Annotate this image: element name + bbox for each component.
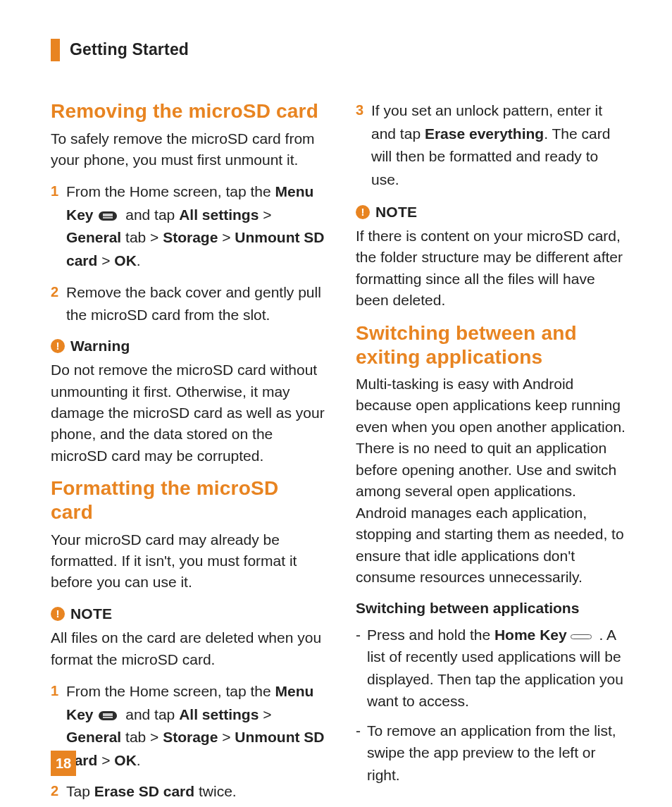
header-title: Getting Started [70, 38, 189, 61]
page-number-badge: 18 [51, 751, 76, 776]
note-body: If there is content on your microSD card… [356, 226, 630, 312]
section-formatting-sd: Formatting the microSD card [51, 476, 325, 524]
note-callout-head: ! NOTE [51, 603, 325, 624]
step-item: Remove the back cover and gently pull th… [51, 281, 325, 327]
section-removing-sd: Removing the microSD card [51, 99, 325, 123]
note-callout-head: ! NOTE [356, 202, 630, 223]
warning-icon: ! [51, 339, 65, 353]
warning-title: Warning [70, 335, 130, 357]
step-item: If you set an unlock pattern, enter it a… [356, 99, 630, 191]
note-title: NOTE [70, 603, 112, 624]
removing-steps: From the Home screen, tap the Menu Key a… [51, 180, 325, 326]
note-icon: ! [51, 607, 65, 621]
step-item: From the Home screen, tap the Menu Key a… [51, 180, 325, 272]
right-column: If you set an unlock pattern, enter it a… [356, 99, 630, 807]
step-item: Tap Erase SD card twice. [51, 780, 325, 803]
header-accent-bar [51, 39, 60, 61]
menu-key-icon [99, 211, 117, 221]
two-column-layout: Removing the microSD card To safely remo… [51, 99, 630, 807]
list-item: To remove an application from the list, … [356, 720, 630, 787]
switching-body: Multi-tasking is easy with Android becau… [356, 374, 630, 588]
note-body: All files on the card are deleted when y… [51, 627, 325, 670]
menu-key-icon [99, 711, 117, 720]
step-item: From the Home screen, tap the Menu Key a… [51, 680, 325, 772]
formatting-intro: Your microSD card may already be formatt… [51, 529, 325, 593]
removing-intro: To safely remove the microSD card from y… [51, 128, 325, 171]
warning-body: Do not remove the microSD card without u… [51, 359, 325, 467]
manual-page: Getting Started Removing the microSD car… [0, 0, 672, 807]
list-item: Press and hold the Home Key . A list of … [356, 624, 630, 713]
warning-callout-head: ! Warning [51, 335, 325, 357]
formatting-steps-continued: If you set an unlock pattern, enter it a… [356, 99, 630, 191]
note-title: NOTE [375, 202, 417, 223]
section-switching-apps: Switching between and exiting applicatio… [356, 321, 630, 369]
left-column: Removing the microSD card To safely remo… [51, 99, 325, 807]
note-icon: ! [356, 205, 370, 219]
home-key-icon [568, 632, 594, 641]
switching-bullets: Press and hold the Home Key . A list of … [356, 624, 630, 787]
formatting-steps: From the Home screen, tap the Menu Key a… [51, 680, 325, 803]
page-header: Getting Started [51, 38, 630, 61]
subheading-switching: Switching between applications [356, 598, 630, 619]
